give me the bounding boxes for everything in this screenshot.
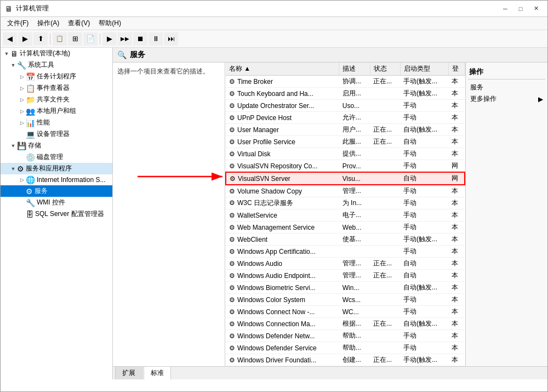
tree-device-manager[interactable]: 💻 设备管理器: [1, 128, 112, 140]
tree-task-scheduler[interactable]: ▷ 📅 任务计划程序: [1, 71, 112, 82]
cell-status: [370, 294, 400, 306]
tree-services-apps[interactable]: ▼ ⚙ 服务和应用程序: [1, 163, 112, 174]
cell-startup: 手动(触发...: [400, 76, 448, 88]
cell-desc: WC...: [339, 306, 370, 318]
menu-file[interactable]: 文件(F): [3, 18, 33, 29]
col-desc[interactable]: 描述: [339, 63, 370, 76]
expand-arrow: ▷: [18, 96, 26, 104]
table-row[interactable]: ⚙UPnP Device Host允许...手动本: [226, 112, 465, 124]
table-row[interactable]: ⚙Windows Defender Netw...帮助...手动本: [226, 330, 465, 342]
col-status[interactable]: 状态: [370, 63, 400, 76]
table-row[interactable]: ⚙Windows Audio管理...正在...自动本: [226, 258, 465, 270]
cell-status: 正在...: [370, 258, 400, 270]
tree-sql[interactable]: 🗄 SQL Server 配置管理器: [1, 208, 112, 220]
cell-login: 本: [448, 185, 465, 197]
menu-help[interactable]: 帮助(H): [94, 18, 125, 29]
cell-desc: Prov...: [339, 160, 370, 173]
show-hide-button[interactable]: 📋: [53, 32, 67, 46]
service-icon: ⚙: [229, 356, 235, 364]
tree-event-viewer[interactable]: ▷ 📋 事件查看器: [1, 82, 112, 94]
table-row[interactable]: ⚙Windows Color SystemWcs...手动本: [226, 294, 465, 306]
play-button[interactable]: ▶: [102, 32, 117, 46]
cell-login: 本: [448, 136, 465, 148]
up-button[interactable]: ⬆: [33, 32, 48, 46]
table-row[interactable]: ⚙Touch Keyboard and Ha...启用...手动(触发...本: [226, 88, 465, 100]
cell-desc: 创建...: [339, 354, 370, 366]
tree-local-users[interactable]: ▷ 👥 本地用户和组: [1, 105, 112, 117]
table-row[interactable]: ⚙VisualSVN Repository Co...Prov...手动网: [226, 160, 465, 173]
table-row[interactable]: ⚙Virtual Disk提供...手动本: [226, 148, 465, 160]
tree-shared-folders[interactable]: ▷ 📁 共享文件夹: [1, 94, 112, 105]
performance-icon: 📊: [26, 118, 35, 127]
tree-services[interactable]: ⚙ 服务: [1, 185, 112, 197]
tools-icon: 🔧: [17, 61, 26, 70]
stop-button[interactable]: ⏹: [133, 32, 147, 46]
forward-button[interactable]: ▶: [18, 32, 32, 46]
table-row[interactable]: ⚙Windows Driver Foundati...创建...正在...手动(…: [226, 354, 465, 366]
service-icon: ⚙: [229, 199, 235, 207]
cell-name: ⚙W3C 日志记录服务: [226, 197, 339, 209]
tree-iis[interactable]: ▷ 🌐 Internet Information S...: [1, 174, 112, 185]
skip-button[interactable]: ⏭: [164, 32, 178, 46]
table-row[interactable]: ⚙Windows Biometric Servi...Win...自动(触发..…: [226, 282, 465, 294]
play-all-button[interactable]: ▶▶: [118, 32, 132, 46]
table-row[interactable]: ⚙Windows Connect Now -...WC...手动本: [226, 306, 465, 318]
table-row[interactable]: ⚙WebClient使基...手动(触发...本: [226, 234, 465, 246]
tree-system-tools[interactable]: ▼ 🔧 系统工具: [1, 59, 112, 71]
window-title: 计算机管理: [16, 4, 498, 13]
table-row[interactable]: ⚙W3C 日志记录服务为 In...手动本: [226, 197, 465, 209]
cell-login: 本: [448, 209, 465, 221]
table-row[interactable]: ⚙WalletService电子...手动本: [226, 209, 465, 221]
table-row[interactable]: ⚙Windows App Certificatio...手动本: [226, 246, 465, 258]
menu-action[interactable]: 操作(A): [33, 18, 64, 29]
back-button[interactable]: ◀: [3, 32, 17, 46]
wmi-icon: 🔧: [26, 198, 35, 207]
tab-expand[interactable]: 扩展: [115, 366, 142, 379]
col-login[interactable]: 登: [448, 63, 465, 76]
service-icon: ⚙: [229, 114, 235, 122]
action-services[interactable]: 服务: [468, 82, 545, 93]
storage-icon: 💾: [17, 141, 26, 150]
maximize-button[interactable]: □: [513, 3, 528, 14]
table-row[interactable]: ⚙User Manager用户...正在...自动(触发...本: [226, 124, 465, 136]
table-row[interactable]: ⚙Windows Connection Ma...根据...正在...自动(触发…: [226, 318, 465, 330]
table-row[interactable]: ⚙Update Orchestrator Ser...Uso...手动本: [226, 100, 465, 112]
tree-wmi[interactable]: 🔧 WMI 控件: [1, 197, 112, 208]
tree-root[interactable]: ▼ 🖥 计算机管理(本地): [1, 48, 112, 59]
table-row[interactable]: ⚙Windows Defender Service帮助...手动本: [226, 342, 465, 354]
cell-name: ⚙WebClient: [226, 234, 339, 246]
tree-storage[interactable]: ▼ 💾 存储: [1, 140, 112, 151]
table-row[interactable]: ⚙Windows Audio Endpoint...管理...正在...自动本: [226, 270, 465, 282]
table-row[interactable]: ⚙VisualSVN ServerVisu...自动网: [226, 172, 465, 185]
service-icon: ⚙: [229, 90, 235, 98]
table-row[interactable]: ⚙Web Management ServiceWeb...手动本: [226, 221, 465, 234]
help-button[interactable]: 📄: [83, 32, 98, 46]
cell-status: [370, 88, 400, 100]
table-row[interactable]: ⚙Time Broker协调...正在...手动(触发...本: [226, 76, 465, 88]
folder-icon: 📁: [26, 95, 35, 104]
cell-startup: 自动(触发...: [400, 282, 448, 294]
table-row[interactable]: ⚙Volume Shadow Copy管理...手动本: [226, 185, 465, 197]
col-startup[interactable]: 启动类型: [400, 63, 448, 76]
properties-button[interactable]: ⊞: [68, 32, 82, 46]
cell-login: 本: [448, 342, 465, 354]
cell-name: ⚙Windows Driver Foundati...: [226, 354, 339, 366]
col-name[interactable]: 名称 ▲: [226, 63, 339, 76]
menu-view[interactable]: 查看(V): [64, 18, 94, 29]
minimize-button[interactable]: ─: [498, 3, 512, 14]
tree-performance[interactable]: ▷ 📊 性能: [1, 117, 112, 128]
table-row[interactable]: ⚙User Profile Service此服...正在...自动本: [226, 136, 465, 148]
tab-standard[interactable]: 标准: [144, 366, 171, 379]
cell-desc: 允许...: [339, 112, 370, 124]
cell-login: 本: [448, 294, 465, 306]
iis-label: Internet Information S...: [37, 176, 105, 184]
action-more[interactable]: 更多操作 ▶: [468, 93, 545, 105]
cell-login: 本: [448, 100, 465, 112]
window-container: 🖥 计算机管理 ─ □ ✕ 文件(F) 操作(A) 查看(V) 帮助(H) ◀ …: [0, 0, 548, 392]
cell-desc: 协调...: [339, 76, 370, 88]
cell-startup: 手动: [400, 330, 448, 342]
close-button[interactable]: ✕: [529, 3, 543, 14]
services-table-area[interactable]: 名称 ▲ 描述 状态 启动类型 登 ⚙Time Broker协调...正在...…: [225, 63, 465, 366]
pause-button[interactable]: ⏸: [149, 32, 163, 46]
tree-disk-management[interactable]: 💿 磁盘管理: [1, 151, 112, 163]
